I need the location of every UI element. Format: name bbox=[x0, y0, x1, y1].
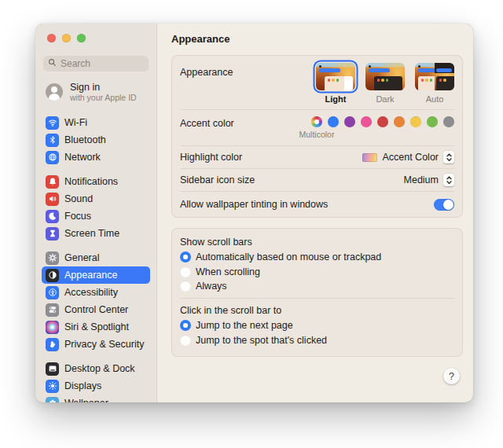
close-button[interactable] bbox=[47, 34, 56, 42]
sidebar-item-label: Sound bbox=[64, 193, 93, 204]
click-scroll-bar-label: Click in the scroll bar to bbox=[180, 305, 454, 316]
show-scroll-bars-options: Automatically based on mouse or trackpad… bbox=[180, 252, 454, 292]
radio-button bbox=[180, 252, 191, 263]
sign-in-item[interactable]: Sign in with your Apple ID bbox=[46, 82, 150, 102]
radio-button bbox=[180, 335, 191, 346]
sidebar-item-wallpaper[interactable]: Wallpaper bbox=[42, 395, 150, 402]
accent-dot-green[interactable] bbox=[427, 116, 438, 127]
sidebar-item-bluetooth[interactable]: Bluetooth bbox=[42, 131, 150, 149]
scroll-settings-card: Show scroll bars Automatically based on … bbox=[171, 228, 463, 357]
sidebar-item-siri-spotlight[interactable]: Siri & Spotlight bbox=[42, 318, 150, 336]
appearance-thumbnail-dark bbox=[365, 63, 405, 90]
radio-button bbox=[180, 281, 191, 292]
radio-label: When scrolling bbox=[196, 266, 260, 277]
accent-color-selected-name: Multicolor bbox=[299, 130, 335, 139]
radio-label: Automatically based on mouse or trackpad bbox=[196, 252, 381, 263]
accent-dot-pink[interactable] bbox=[361, 116, 372, 127]
speaker-icon bbox=[46, 193, 59, 206]
sidebar-item-network[interactable]: Network bbox=[42, 149, 150, 166]
sidebar-item-label: Appearance bbox=[64, 270, 117, 281]
radio-show-scroll-bars-automatically-based-on-mouse-or-trackpad[interactable]: Automatically based on mouse or trackpad bbox=[180, 252, 454, 263]
stepper-icon bbox=[443, 151, 454, 163]
highlight-color-select[interactable]: Accent Color bbox=[362, 151, 454, 163]
accent-color-label: Accent color bbox=[180, 116, 234, 129]
sidebar-icon-size-select[interactable]: Medium bbox=[404, 174, 454, 186]
sidebar-item-displays[interactable]: Displays bbox=[42, 377, 150, 395]
show-scroll-bars-label: Show scroll bars bbox=[180, 237, 454, 248]
accent-dot-multicolor[interactable] bbox=[311, 116, 322, 127]
contrast-icon bbox=[46, 269, 59, 282]
accent-dot-yellow[interactable] bbox=[410, 116, 421, 127]
bell-icon bbox=[46, 175, 59, 189]
accessibility-icon bbox=[46, 286, 59, 299]
sidebar-item-screen-time[interactable]: Screen Time bbox=[42, 225, 150, 242]
minimize-button[interactable] bbox=[62, 34, 71, 42]
gear-icon bbox=[46, 252, 59, 265]
sidebar-item-wi-fi[interactable]: Wi-Fi bbox=[42, 114, 150, 131]
sidebar-item-control-center[interactable]: Control Center bbox=[42, 301, 150, 318]
hourglass-icon bbox=[46, 227, 59, 241]
globe-icon bbox=[46, 151, 59, 164]
sidebar-item-general[interactable]: General bbox=[42, 249, 150, 266]
appearance-option-light[interactable]: Light bbox=[316, 63, 355, 104]
sidebar-icon-size-value: Medium bbox=[404, 174, 439, 185]
sidebar-item-appearance[interactable]: Appearance bbox=[42, 266, 150, 284]
appearance-settings-card: Appearance LightDarkAuto Accent color Mu… bbox=[171, 55, 463, 218]
sidebar-item-label: Screen Time bbox=[64, 228, 119, 239]
appearance-option-dark[interactable]: Dark bbox=[365, 63, 405, 104]
accent-dot-orange[interactable] bbox=[394, 116, 405, 127]
radio-show-scroll-bars-always[interactable]: Always bbox=[180, 281, 454, 292]
sidebar-nav: Wi-FiBluetoothNetworkNotificationsSoundF… bbox=[42, 114, 150, 402]
siri-icon bbox=[46, 321, 59, 334]
sidebar-item-sound[interactable]: Sound bbox=[42, 190, 150, 207]
maximize-button[interactable] bbox=[77, 34, 86, 42]
wallpaper-tinting-toggle[interactable] bbox=[434, 199, 454, 211]
radio-label: Always bbox=[196, 281, 227, 292]
accent-dot-blue[interactable] bbox=[328, 116, 339, 127]
sidebar-item-accessibility[interactable]: Accessibility bbox=[42, 284, 150, 301]
accent-dot-graphite[interactable] bbox=[443, 116, 454, 127]
sidebar-item-label: Focus bbox=[64, 211, 91, 222]
radio-click-scroll-bar-jump-to-the-next-page[interactable]: Jump to the next page bbox=[180, 320, 454, 331]
radio-label: Jump to the spot that's clicked bbox=[196, 335, 327, 346]
page-title: Appearance bbox=[171, 33, 463, 45]
appearance-option-label: Auto bbox=[426, 94, 444, 104]
sidebar-item-label: General bbox=[64, 252, 99, 263]
sidebar-item-label: Control Center bbox=[64, 304, 128, 315]
radio-button bbox=[180, 320, 191, 331]
click-scroll-bar-options: Jump to the next pageJump to the spot th… bbox=[180, 320, 454, 346]
sidebar-item-focus[interactable]: Focus bbox=[42, 207, 150, 225]
highlight-color-row: Highlight color Accent Color bbox=[180, 146, 454, 169]
wifi-icon bbox=[46, 116, 59, 130]
sidebar-item-label: Desktop & Dock bbox=[64, 363, 135, 374]
accent-dot-red[interactable] bbox=[377, 116, 388, 127]
appearance-thumbnail-light bbox=[316, 63, 355, 90]
sidebar-item-privacy-security[interactable]: Privacy & Security bbox=[42, 336, 150, 353]
moon-icon bbox=[46, 210, 59, 223]
accent-dot-purple[interactable] bbox=[344, 116, 355, 127]
sidebar-item-label: Wi-Fi bbox=[64, 117, 87, 128]
hand-icon bbox=[46, 338, 59, 351]
sidebar-item-label: Wallpaper bbox=[64, 398, 108, 402]
radio-click-scroll-bar-jump-to-the-spot-that-s-clicked[interactable]: Jump to the spot that's clicked bbox=[180, 335, 454, 346]
appearance-option-auto[interactable]: Auto bbox=[415, 63, 454, 104]
search-icon bbox=[48, 58, 57, 69]
radio-button bbox=[180, 266, 191, 277]
appearance-mode-label: Appearance bbox=[180, 63, 233, 78]
sidebar-item-desktop-dock[interactable]: Desktop & Dock bbox=[42, 360, 150, 377]
radio-show-scroll-bars-when-scrolling[interactable]: When scrolling bbox=[180, 266, 454, 277]
sidebar-item-label: Bluetooth bbox=[64, 134, 106, 145]
appearance-option-label: Dark bbox=[376, 94, 394, 104]
wallpaper-tinting-label: Allow wallpaper tinting in windows bbox=[180, 199, 328, 210]
sidebar-icon-size-row: Sidebar icon size Medium bbox=[180, 169, 454, 192]
search-input[interactable]: Search bbox=[43, 56, 149, 72]
help-button[interactable]: ? bbox=[443, 368, 460, 384]
appearance-thumbnail-auto bbox=[415, 63, 454, 90]
avatar-icon bbox=[46, 83, 63, 101]
sidebar-item-notifications[interactable]: Notifications bbox=[42, 173, 150, 190]
toggles-icon bbox=[46, 303, 59, 317]
bluetooth-icon bbox=[46, 134, 59, 147]
highlight-color-label: Highlight color bbox=[180, 152, 242, 163]
sidebar-item-label: Displays bbox=[64, 380, 101, 391]
sidebar-item-label: Notifications bbox=[64, 176, 118, 187]
